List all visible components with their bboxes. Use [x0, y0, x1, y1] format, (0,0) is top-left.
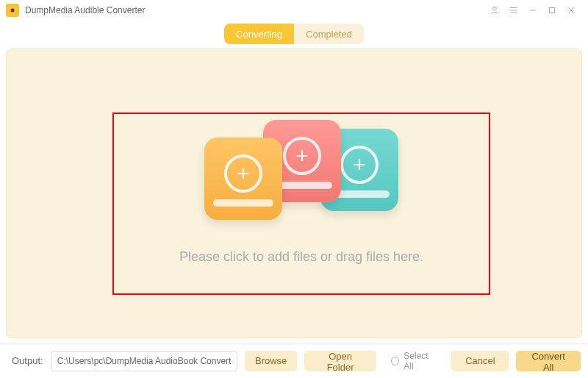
- close-button[interactable]: [562, 2, 581, 18]
- tab-completed[interactable]: Completed: [294, 24, 364, 44]
- open-folder-button[interactable]: Open Folder: [304, 351, 376, 371]
- svg-point-0: [11, 9, 15, 13]
- add-files-illustration: + + +: [206, 120, 397, 229]
- output-path-field[interactable]: [51, 351, 237, 371]
- drop-zone-highlight[interactable]: + + + Please click to add files or drag …: [112, 113, 490, 295]
- browse-button[interactable]: Browse: [245, 351, 297, 371]
- app-logo-icon: [6, 4, 19, 17]
- svg-point-1: [493, 7, 497, 10]
- tabs-row: Converting Completed: [0, 21, 588, 47]
- account-icon[interactable]: [485, 2, 504, 18]
- select-all-radio-icon: [391, 357, 400, 365]
- minimize-button[interactable]: [523, 2, 542, 18]
- select-all-label: Select All: [404, 351, 438, 371]
- tabs-pill: Converting Completed: [224, 24, 364, 44]
- app-title: DumpMedia Audible Converter: [25, 5, 145, 15]
- footer-bar: Output: Browse Open Folder Select All Ca…: [0, 343, 588, 378]
- book-icon-orange: +: [204, 138, 282, 220]
- cancel-button[interactable]: Cancel: [451, 351, 509, 371]
- maximize-button[interactable]: [542, 2, 562, 18]
- output-label: Output:: [12, 355, 43, 366]
- menu-icon[interactable]: [504, 2, 523, 18]
- drop-zone-message: Please click to add files or drag files …: [179, 249, 423, 265]
- convert-all-button[interactable]: Convert All: [516, 351, 581, 371]
- title-bar: DumpMedia Audible Converter: [0, 0, 588, 21]
- select-all-toggle[interactable]: Select All: [391, 351, 439, 371]
- tab-converting[interactable]: Converting: [224, 24, 294, 44]
- svg-rect-2: [550, 8, 555, 13]
- main-panel: + + + Please click to add files or drag …: [6, 49, 582, 338]
